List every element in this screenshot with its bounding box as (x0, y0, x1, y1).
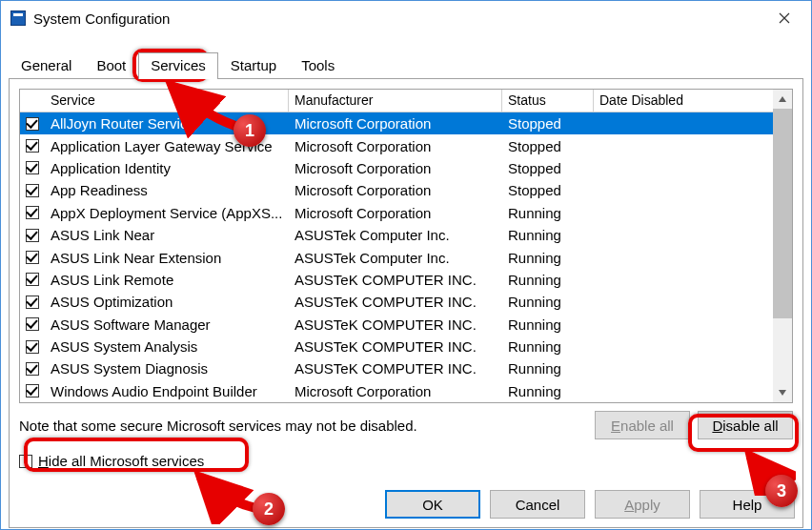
row-checkbox-cell (20, 317, 45, 331)
note-row: Note that some secure Microsoft services… (19, 411, 793, 439)
row-checkbox-cell (20, 139, 45, 153)
services-list: Service Manufacturer Status Date Disable… (19, 89, 793, 403)
row-checkbox-cell (20, 384, 45, 398)
tab-boot[interactable]: Boot (84, 52, 138, 79)
service-status: Running (502, 227, 594, 243)
hide-ms-services-label[interactable]: Hide all Microsoft services (38, 453, 204, 469)
row-checkbox-cell (20, 206, 45, 219)
apply-button[interactable]: Apply (595, 490, 690, 519)
service-status: Stopped (502, 160, 594, 176)
enable-disable-group: Enable all Disable all (595, 411, 793, 439)
help-button[interactable]: Help (700, 490, 795, 519)
service-status: Running (502, 383, 594, 399)
service-manufacturer: ASUSTeK COMPUTER INC. (289, 360, 502, 377)
service-name: ASUS System Analysis (45, 338, 289, 355)
tab-general[interactable]: General (9, 52, 84, 79)
scrollbar-track[interactable] (773, 318, 792, 383)
service-status: Running (502, 294, 594, 310)
cancel-button[interactable]: Cancel (490, 490, 585, 519)
service-manufacturer: ASUSTeK COMPUTER INC. (289, 272, 502, 288)
service-status: Stopped (502, 138, 594, 154)
ok-button[interactable]: OK (385, 490, 480, 519)
tab-services[interactable]: Services (138, 52, 218, 79)
service-name: AppX Deployment Service (AppXS... (45, 205, 289, 221)
service-row[interactable]: ASUS OptimizationASUSTeK COMPUTER INC.Ru… (20, 291, 773, 313)
service-manufacturer: ASUSTeK COMPUTER INC. (289, 316, 502, 333)
tab-startup[interactable]: Startup (218, 52, 289, 79)
service-checkbox[interactable] (26, 273, 39, 286)
enable-all-button[interactable]: Enable all (595, 411, 690, 439)
service-row[interactable]: ASUS Link Near ExtensionASUSTek Computer… (20, 246, 773, 268)
service-manufacturer: Microsoft Corporation (289, 182, 502, 198)
service-name: ASUS System Diagnosis (45, 360, 289, 377)
service-name: ASUS Link Remote (45, 272, 289, 288)
service-checkbox[interactable] (26, 139, 39, 153)
tab-panel-services: Service Manufacturer Status Date Disable… (9, 78, 803, 528)
service-manufacturer: Microsoft Corporation (289, 160, 502, 176)
row-checkbox-cell (20, 161, 45, 174)
row-checkbox-cell (20, 251, 45, 264)
col-service[interactable]: Service (45, 90, 289, 112)
service-checkbox[interactable] (26, 251, 39, 264)
service-name: AllJoyn Router Service (45, 115, 289, 132)
service-status: Running (502, 272, 594, 288)
service-row[interactable]: ASUS Link RemoteASUSTeK COMPUTER INC.Run… (20, 269, 773, 291)
service-checkbox[interactable] (26, 340, 39, 354)
service-checkbox[interactable] (26, 229, 39, 242)
service-name: ASUS Optimization (45, 294, 289, 310)
service-status: Running (502, 205, 594, 221)
service-row[interactable]: ASUS System AnalysisASUSTeK COMPUTER INC… (20, 336, 773, 357)
scrollbar-thumb[interactable] (773, 109, 792, 318)
window-title: System Configuration (33, 10, 170, 27)
service-status: Running (502, 250, 594, 266)
col-manufacturer[interactable]: Manufacturer (289, 90, 502, 112)
app-icon (10, 10, 26, 26)
service-name: Application Layer Gateway Service (45, 138, 289, 154)
row-checkbox-cell (20, 117, 45, 131)
row-checkbox-cell (20, 229, 45, 242)
service-manufacturer: ASUSTek Computer Inc. (289, 227, 502, 243)
service-row[interactable]: ASUS Link NearASUSTek Computer Inc.Runni… (20, 224, 773, 246)
service-name: Application Identity (45, 160, 289, 176)
tab-strip: General Boot Services Startup Tools (1, 52, 811, 79)
service-status: Stopped (502, 182, 594, 198)
list-header: Service Manufacturer Status Date Disable… (20, 90, 773, 112)
service-manufacturer: ASUSTek Computer Inc. (289, 250, 502, 266)
service-checkbox[interactable] (26, 206, 39, 219)
service-row[interactable]: App ReadinessMicrosoft CorporationStoppe… (20, 179, 773, 201)
service-checkbox[interactable] (26, 362, 39, 376)
col-status[interactable]: Status (502, 90, 594, 112)
row-checkbox-cell (20, 362, 45, 376)
service-name: ASUS Software Manager (45, 316, 289, 333)
service-checkbox[interactable] (26, 296, 39, 309)
service-row[interactable]: ASUS Software ManagerASUSTeK COMPUTER IN… (20, 314, 773, 336)
service-row[interactable]: ASUS System DiagnosisASUSTeK COMPUTER IN… (20, 357, 773, 379)
close-button[interactable] (767, 1, 802, 35)
service-row[interactable]: AllJoyn Router ServiceMicrosoft Corporat… (20, 112, 773, 134)
list-body[interactable]: AllJoyn Router ServiceMicrosoft Corporat… (20, 112, 773, 402)
service-row[interactable]: Application IdentityMicrosoft Corporatio… (20, 157, 773, 179)
tab-tools[interactable]: Tools (289, 52, 347, 79)
service-checkbox[interactable] (26, 384, 39, 398)
scroll-down-icon[interactable] (773, 383, 792, 402)
service-checkbox[interactable] (26, 117, 39, 131)
service-status: Running (502, 316, 594, 333)
col-date-disabled[interactable]: Date Disabled (594, 90, 773, 112)
service-name: ASUS Link Near Extension (45, 250, 289, 266)
scroll-up-icon[interactable] (773, 90, 792, 109)
service-checkbox[interactable] (26, 184, 39, 197)
service-checkbox[interactable] (26, 317, 39, 331)
service-name: Windows Audio Endpoint Builder (45, 383, 289, 399)
service-row[interactable]: Application Layer Gateway ServiceMicroso… (20, 134, 773, 156)
hide-ms-services-checkbox[interactable] (19, 455, 32, 468)
service-row[interactable]: Windows Audio Endpoint BuilderMicrosoft … (20, 380, 773, 402)
list-main: Service Manufacturer Status Date Disable… (20, 90, 773, 402)
service-row[interactable]: AppX Deployment Service (AppXS...Microso… (20, 202, 773, 224)
service-manufacturer: Microsoft Corporation (289, 205, 502, 221)
vertical-scrollbar[interactable] (773, 90, 792, 402)
row-checkbox-cell (20, 340, 45, 354)
service-checkbox[interactable] (26, 161, 39, 174)
note-text: Note that some secure Microsoft services… (19, 418, 417, 434)
hide-ms-services-row: Hide all Microsoft services (19, 453, 793, 469)
disable-all-button[interactable]: Disable all (698, 411, 793, 439)
